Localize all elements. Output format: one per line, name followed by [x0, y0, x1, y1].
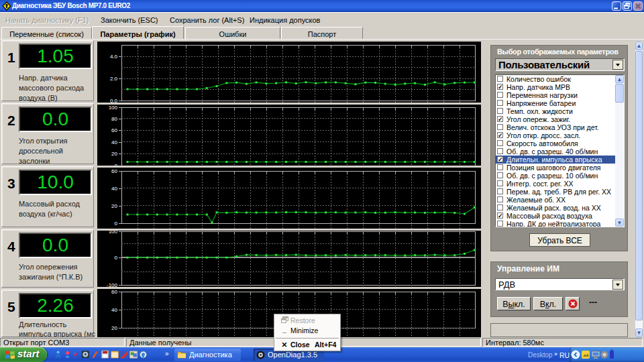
- svg-text:100: 100: [109, 231, 118, 235]
- svg-text:40: 40: [111, 186, 117, 192]
- svg-text:2.0: 2.0: [110, 76, 118, 82]
- svg-text:20: 20: [111, 203, 117, 209]
- svg-text:100: 100: [109, 105, 118, 111]
- svg-text:0: 0: [115, 255, 118, 261]
- svg-text:40: 40: [111, 139, 117, 145]
- svg-text:0.0: 0.0: [110, 98, 118, 103]
- svg-text:0: 0: [115, 221, 118, 227]
- svg-text:4.0: 4.0: [110, 54, 118, 60]
- svg-text:0: 0: [115, 163, 118, 166]
- svg-text:80: 80: [111, 116, 117, 122]
- svg-text:20: 20: [111, 325, 117, 331]
- svg-text:40: 40: [111, 307, 117, 313]
- svg-text:60: 60: [111, 289, 117, 295]
- svg-text:60: 60: [111, 168, 117, 174]
- svg-text:60: 60: [111, 127, 117, 133]
- svg-text:-100: -100: [107, 282, 118, 287]
- svg-text:20: 20: [111, 151, 117, 157]
